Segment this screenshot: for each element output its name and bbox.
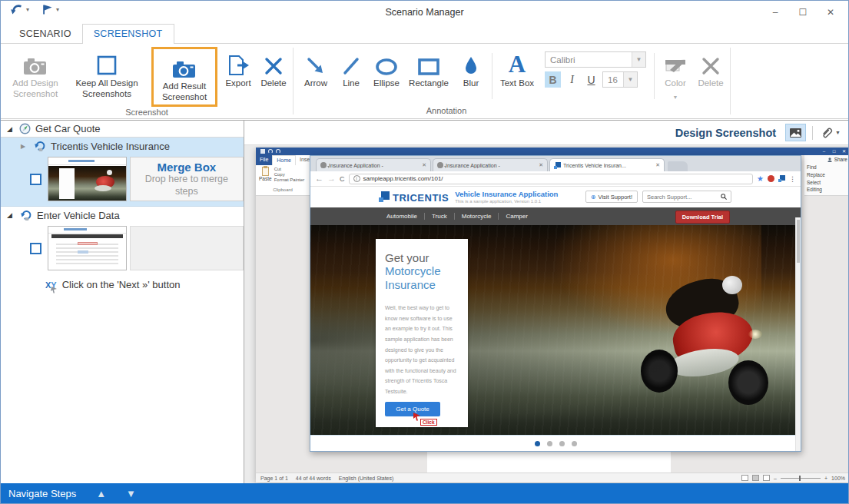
image-view-button[interactable] — [785, 124, 806, 141]
text-box-button[interactable]: A Text Box — [496, 47, 539, 91]
chevron-down-icon[interactable]: ▼ — [632, 52, 645, 67]
carousel-dot-active — [535, 441, 540, 446]
font-family-select[interactable]: Calibri ▼ — [545, 51, 646, 68]
rectangle-icon — [417, 50, 440, 76]
square-outline-icon — [96, 50, 118, 76]
camera-icon — [171, 53, 197, 79]
scenario-manager-window: ▾ ▾ Scenario Manager – ☐ ✕ SCENARIO SCRE… — [0, 0, 849, 504]
embedded-chrome-window: Insurance Application - ✕ Insurance Appl… — [310, 155, 801, 452]
add-result-highlight-border: Add Result Screenshot — [151, 47, 217, 107]
word-ribbon-right: Share Find Replace Select Editing — [804, 155, 849, 196]
design-screenshot-header: Design Screenshot ▼ — [244, 121, 849, 145]
title-bar: ▾ ▾ Scenario Manager – ☐ ✕ — [1, 1, 848, 24]
redo-icon — [276, 149, 280, 154]
nav-truck: Truck — [424, 213, 454, 220]
keep-all-design-screenshots-button[interactable]: Keep All Design Screenshots — [65, 47, 148, 101]
favicon-badge-icon — [320, 162, 327, 168]
scenario-node[interactable]: ◢ Get Car Quote — [1, 121, 244, 138]
maximize-button[interactable]: ☐ — [791, 4, 814, 21]
close-icon: ✕ — [841, 149, 847, 154]
chevron-down-icon[interactable]: ▼ — [623, 72, 637, 87]
hero-body-text: Well, the best way to get to know new so… — [385, 303, 459, 397]
droplet-icon — [464, 50, 478, 76]
tab-screenshot[interactable]: SCREENSHOT — [82, 24, 174, 44]
merge-box-dropzone[interactable]: Merge Box Drop here to merge steps — [130, 157, 244, 201]
site-nav: Automobile Truck Motorcycle Camper Downl… — [310, 207, 801, 225]
tricentis-extension-icon — [778, 175, 785, 182]
tricentis-favicon — [554, 162, 561, 169]
ribbon-separator — [730, 48, 731, 114]
word-tab-insert: Insert — [296, 155, 310, 165]
plus-circle-icon: ⊕ — [591, 194, 596, 201]
carousel-dot — [547, 441, 552, 446]
add-result-screenshot-button[interactable]: Add Result Screenshot — [157, 50, 212, 104]
step-click-next[interactable]: XY Click on the 'Next »' button — [1, 275, 244, 294]
word-editing-label: Editing — [807, 186, 847, 194]
rectangle-tool-button[interactable]: Rectangle — [404, 47, 453, 91]
expand-triangle-icon[interactable]: ◢ — [7, 125, 15, 133]
tricentis-logo: TRICENTIS Vehicle Insurance Application … — [379, 190, 558, 204]
arrow-icon — [306, 50, 326, 76]
bold-button[interactable]: B — [545, 71, 561, 88]
step2-checkbox[interactable] — [30, 243, 41, 254]
navigate-up-button[interactable]: ▲ — [96, 488, 106, 499]
color-button[interactable]: Color ▼ — [658, 47, 693, 101]
carousel-dot — [559, 441, 565, 446]
collapse-triangle-icon[interactable]: ▶ — [21, 143, 28, 150]
read-mode-icon — [741, 475, 748, 481]
ribbon-tab-row: SCENARIO SCREENSHOT — [1, 24, 848, 44]
export-icon — [227, 50, 250, 76]
underline-button[interactable]: U — [583, 71, 599, 88]
result-screenshot-placeholder[interactable] — [130, 226, 244, 270]
step-tricentis-vehicle-insurance[interactable]: ▶ Tricentis Vehicle Insurance — [1, 138, 244, 154]
paperclip-icon — [821, 127, 833, 139]
chrome-tab-1: Insurance Application - ✕ — [316, 158, 431, 171]
italic-button[interactable]: I — [564, 71, 580, 88]
tab-close-icon: ✕ — [422, 162, 426, 168]
close-button[interactable]: ✕ — [819, 4, 842, 21]
nav-motorcycle: Motorcycle — [454, 213, 499, 220]
browser-scrollbar — [795, 217, 801, 451]
blur-tool-button[interactable]: Blur — [453, 47, 489, 91]
attachments-button[interactable]: ▼ — [819, 125, 842, 141]
carousel-dot — [572, 441, 577, 446]
expand-triangle-icon[interactable]: ◢ — [7, 211, 15, 219]
step-label: Click on the 'Next »' button — [62, 279, 181, 290]
tab-close-icon: ✕ — [655, 162, 660, 168]
site-header: TRICENTIS Vehicle Insurance Application … — [310, 187, 801, 207]
screenshot-group: Add Design Screenshot Keep All Design Sc… — [1, 44, 293, 118]
line-tool-button[interactable]: Line — [333, 47, 369, 91]
word-word-count: 44 of 44 words — [296, 476, 331, 481]
step-label: Tricentis Vehicle Insurance — [51, 141, 170, 152]
chevron-down-icon: ▼ — [673, 94, 678, 100]
step1-screenshot-thumbnail[interactable] — [48, 157, 127, 201]
word-cut: Cut — [274, 167, 305, 171]
arrow-tool-button[interactable]: Arrow — [298, 47, 333, 91]
word-select: Select — [807, 179, 847, 187]
add-design-screenshot-button[interactable]: Add Design Screenshot — [5, 47, 65, 101]
word-copy: Copy — [274, 172, 305, 177]
navigate-down-button[interactable]: ▼ — [126, 488, 136, 499]
word-replace: Replace — [807, 171, 847, 179]
chevron-down-icon: ▼ — [835, 130, 841, 135]
nav-automobile: Automobile — [380, 213, 424, 220]
carousel-dots — [310, 435, 801, 451]
delete-screenshot-button[interactable]: Delete — [256, 47, 291, 91]
hero-heading-main: Motorcycle Insurance — [385, 264, 459, 292]
address-bar: i sampleapp.tricentis.com/101/ — [349, 174, 754, 184]
delete-x-icon — [701, 50, 721, 76]
step2-screenshot-thumbnail[interactable] — [48, 226, 127, 270]
minimize-button[interactable]: – — [764, 4, 787, 21]
step1-checkbox[interactable] — [30, 174, 41, 185]
screenshot-canvas: –□✕ File Home Insert Paste Cut Copy Form… — [244, 146, 849, 485]
compass-icon — [19, 123, 31, 134]
delete-annotation-button[interactable]: Delete — [693, 47, 728, 91]
export-button[interactable]: Export — [221, 47, 256, 91]
chrome-tab-3-active: Tricentis Vehicle Insuran... ✕ — [549, 158, 665, 171]
font-size-select[interactable]: 16 ▼ — [602, 71, 638, 88]
step-enter-vehicle-data[interactable]: ◢ Enter Vehicle Data — [1, 207, 244, 224]
navigate-steps-label: Navigate Steps — [8, 488, 76, 499]
ellipse-tool-button[interactable]: Ellipse — [369, 47, 404, 91]
word-clipboard-group-label: Clipboard — [256, 187, 310, 192]
tab-scenario[interactable]: SCENARIO — [8, 25, 82, 44]
